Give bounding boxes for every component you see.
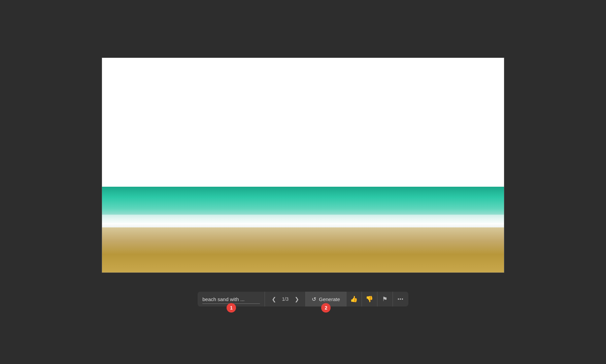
main-container: beach sand with ... 1 ❮ 1/3 ❯ <box>0 0 606 364</box>
flag-button[interactable]: ⚑ <box>377 292 393 306</box>
generate-label: Generate <box>319 296 340 302</box>
thumbs-down-button[interactable]: 👎 <box>362 292 377 306</box>
more-options-button[interactable]: ••• <box>393 292 408 306</box>
flag-icon: ⚑ <box>382 295 388 303</box>
prev-button[interactable]: ❮ <box>269 294 278 304</box>
generate-wrapper: ↺ Generate 2 <box>306 292 346 306</box>
page-indicator: 1/3 <box>280 296 291 302</box>
badge-1: 1 <box>227 303 236 313</box>
chevron-left-icon: ❮ <box>272 296 276 302</box>
image-frame <box>102 58 504 273</box>
thumbs-up-icon: 👍 <box>350 295 358 303</box>
beach-sand <box>102 227 504 272</box>
bottom-toolbar: beach sand with ... 1 ❮ 1/3 ❯ <box>198 292 408 306</box>
beach-sky <box>102 58 504 187</box>
more-icon: ••• <box>398 296 404 302</box>
beach-image <box>102 58 504 272</box>
chevron-right-icon: ❯ <box>295 296 299 302</box>
thumbs-up-button[interactable]: 👍 <box>346 292 362 306</box>
generate-icon: ↺ <box>312 296 316 302</box>
prompt-wrapper: beach sand with ... 1 <box>198 292 265 306</box>
badge-2: 2 <box>321 303 331 313</box>
navigation-area: ❮ 1/3 ❯ <box>265 292 306 306</box>
thumbs-down-icon: 👎 <box>366 295 373 303</box>
prompt-text: beach sand with ... <box>202 296 244 302</box>
action-buttons: 👍 👎 ⚑ ••• <box>346 292 408 306</box>
next-button[interactable]: ❯ <box>292 294 301 304</box>
